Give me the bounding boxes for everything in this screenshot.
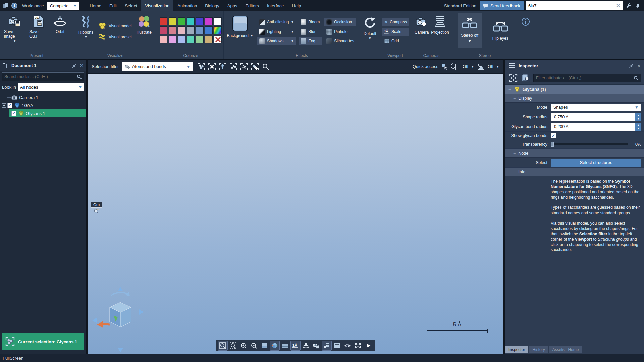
color-swatch[interactable] bbox=[169, 36, 176, 43]
select-parent-icon[interactable] bbox=[218, 62, 227, 71]
scale-toggle[interactable]: 1Å Scale bbox=[382, 28, 409, 36]
transparency-slider[interactable] bbox=[551, 143, 628, 145]
node-section-header[interactable]: − Node bbox=[505, 149, 644, 158]
zoom-selection-icon[interactable] bbox=[261, 62, 270, 71]
display-section-header[interactable]: − Display bbox=[505, 94, 644, 103]
color-swatch[interactable] bbox=[160, 36, 167, 43]
search-nodes-box[interactable] bbox=[2, 72, 84, 81]
expand-icon[interactable]: + bbox=[2, 103, 6, 108]
menu-interface[interactable]: Interface bbox=[263, 0, 288, 11]
color-swatch[interactable] bbox=[187, 36, 195, 43]
tree-item-structure[interactable]: + ✓ 1GYA bbox=[0, 101, 86, 109]
lighting-toggle[interactable]: Lighting▼ bbox=[257, 28, 296, 36]
grid-snap-icon[interactable] bbox=[451, 63, 460, 70]
spinner-buttons[interactable]: ▲▼ bbox=[635, 113, 641, 121]
chevron-down-icon[interactable]: ▼ bbox=[291, 20, 294, 24]
slider-handle[interactable] bbox=[551, 142, 554, 147]
add-selection-icon[interactable] bbox=[251, 62, 260, 71]
color-swatch[interactable] bbox=[196, 36, 204, 43]
collapse-icon[interactable]: − bbox=[508, 87, 511, 92]
color-swatch[interactable] bbox=[169, 26, 176, 34]
info-section-header[interactable]: − Info bbox=[505, 168, 644, 176]
shadows-toggle[interactable]: Shadows▼ bbox=[257, 37, 296, 45]
spin-up-icon[interactable]: ▲ bbox=[635, 113, 641, 117]
fullscreen-button[interactable] bbox=[353, 341, 363, 350]
mode-dropdown[interactable]: Shapes▼ bbox=[551, 104, 641, 111]
menu-biology[interactable]: Biology bbox=[201, 0, 223, 11]
chevron-down-icon[interactable]: ▼ bbox=[368, 37, 372, 40]
notifications-bell-icon[interactable] bbox=[635, 3, 641, 9]
ribbons-button[interactable]: Ribbons ▼ bbox=[75, 15, 97, 39]
collapse-icon[interactable]: − bbox=[513, 151, 516, 156]
info-icon[interactable] bbox=[521, 17, 530, 26]
color-swatch[interactable] bbox=[169, 17, 176, 25]
angle-snap-icon[interactable] bbox=[477, 63, 485, 70]
selection-filter-dropdown[interactable]: Atoms and bonds ▼ bbox=[122, 62, 193, 71]
clear-search-icon[interactable]: ✕ bbox=[616, 3, 620, 8]
chevron-down-icon[interactable]: ▼ bbox=[13, 40, 16, 42]
default-effects-button[interactable]: Default ▼ bbox=[359, 15, 381, 40]
color-swatch[interactable] bbox=[187, 17, 195, 25]
pin-icon[interactable] bbox=[629, 63, 634, 68]
look-in-dropdown[interactable]: All nodes ▼ bbox=[18, 83, 84, 91]
color-swatch[interactable] bbox=[205, 17, 213, 25]
pdb-search-box[interactable]: ✕ bbox=[526, 1, 623, 10]
background-swatch-button[interactable] bbox=[260, 341, 269, 350]
fullscreen-status[interactable]: FullScreen bbox=[3, 356, 23, 361]
close-icon[interactable]: ✕ bbox=[637, 63, 641, 68]
color-swatch[interactable] bbox=[205, 36, 213, 43]
inspect-selection-icon[interactable] bbox=[508, 73, 519, 83]
color-swatch[interactable] bbox=[160, 17, 167, 25]
color-swatch[interactable] bbox=[178, 26, 185, 34]
fog-toggle[interactable]: Fog bbox=[299, 37, 322, 45]
silhouettes-toggle[interactable]: Silhouettes bbox=[324, 37, 356, 45]
save-image-button-small[interactable] bbox=[312, 341, 321, 350]
collapse-icon[interactable]: − bbox=[513, 170, 516, 174]
panel-layout-button[interactable] bbox=[332, 341, 342, 350]
menu-help[interactable]: Help bbox=[288, 0, 305, 11]
clear-color-swatch[interactable] bbox=[214, 36, 222, 43]
visual-model-button[interactable]: + Visual model bbox=[98, 22, 132, 30]
compass-cube[interactable] bbox=[110, 302, 131, 327]
illustrate-button[interactable]: + Illustrate bbox=[133, 15, 155, 35]
save-obj-button[interactable]: OBJ Save OBJ bbox=[27, 15, 49, 39]
grid-button[interactable] bbox=[280, 341, 290, 350]
bloom-toggle[interactable]: Bloom bbox=[299, 18, 322, 26]
document-count-badge[interactable]: 1 bbox=[11, 3, 17, 9]
rainbow-color-swatch[interactable] bbox=[214, 26, 222, 34]
send-feedback-button[interactable]: Send feedback bbox=[480, 1, 524, 10]
zoom-selection-button[interactable] bbox=[228, 341, 238, 350]
pin-icon[interactable] bbox=[72, 63, 77, 68]
show-glycan-bonds-checkbox[interactable]: ✓ bbox=[551, 133, 556, 138]
tab-inspector[interactable]: Inspector bbox=[505, 346, 528, 353]
save-image-button[interactable]: Save image ▼ bbox=[2, 15, 27, 43]
blur-toggle[interactable]: Blur bbox=[299, 28, 322, 36]
viewport-3d[interactable]: Selection filter Atoms and bonds ▼ Qu bbox=[88, 59, 503, 354]
chevron-down-icon[interactable]: ▼ bbox=[496, 65, 499, 68]
color-swatch[interactable] bbox=[187, 26, 195, 34]
tree-item-camera[interactable]: Camera 1 bbox=[0, 93, 86, 101]
anti-aliasing-toggle[interactable]: Anti-aliasing▼ bbox=[257, 18, 296, 26]
color-swatch[interactable] bbox=[196, 26, 204, 34]
inspect-documents-icon[interactable] bbox=[521, 73, 531, 83]
menu-apps[interactable]: Apps bbox=[223, 0, 241, 11]
add-camera-button[interactable]: Camera bbox=[413, 15, 430, 35]
panel-popout-button[interactable] bbox=[322, 341, 331, 350]
rotate-right-arrow[interactable] bbox=[139, 309, 144, 315]
select-similar-icon[interactable] bbox=[240, 62, 249, 71]
preferences-wrench-icon[interactable] bbox=[626, 3, 632, 9]
collapse-icon[interactable]: − bbox=[513, 96, 516, 101]
selection-cursor-icon[interactable] bbox=[441, 63, 448, 70]
orbit-camera-button[interactable] bbox=[301, 341, 311, 350]
menu-select[interactable]: Select bbox=[121, 0, 141, 11]
search-nodes-input[interactable] bbox=[4, 74, 77, 79]
chevron-down-icon[interactable]: ▼ bbox=[84, 36, 88, 38]
chevron-down-icon[interactable]: ▼ bbox=[250, 34, 254, 37]
tab-history[interactable]: History bbox=[529, 346, 548, 353]
tree-item-glycans[interactable]: ✓ Glycans 1 bbox=[9, 109, 86, 117]
visibility-eye-button[interactable] bbox=[343, 341, 352, 350]
color-swatch[interactable] bbox=[160, 26, 167, 34]
rotate-left-arrow[interactable] bbox=[92, 318, 97, 323]
navigation-compass-widget[interactable] bbox=[92, 285, 149, 354]
zoom-in-button[interactable] bbox=[239, 341, 248, 350]
